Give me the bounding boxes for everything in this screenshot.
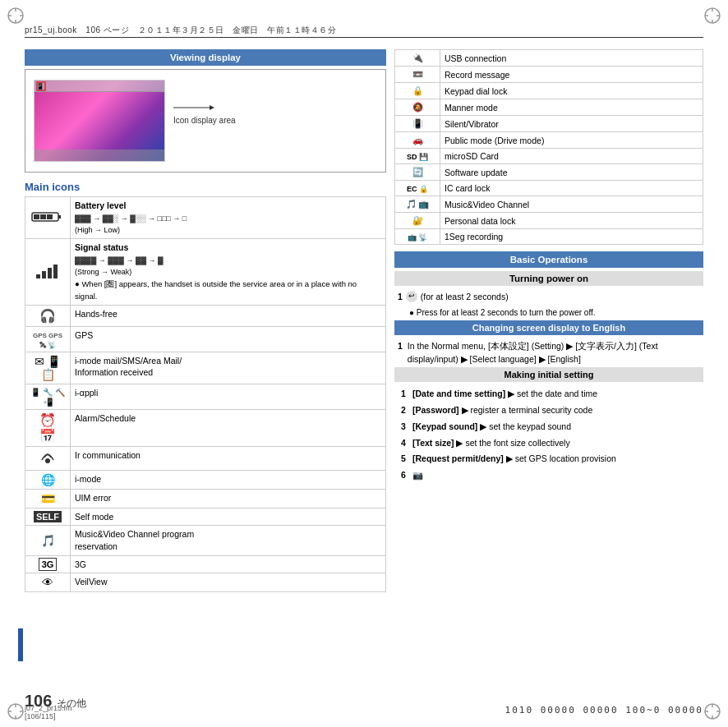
desc-cell-mail: i-mode mail/SMS/Area Mail/Information re… [71, 352, 386, 384]
step-text-3: [Keypad sound] ▶ set the keypad sound [412, 421, 571, 434]
icon-cell-battery [25, 197, 71, 239]
arrow-to-label [173, 103, 214, 113]
table-row: 📱 🔧 🔨 📲 i-αppli [25, 384, 386, 409]
display-bottom-bar [35, 150, 164, 161]
svg-rect-24 [58, 215, 61, 219]
basic-operations-section: Basic Operations Turning power on 1 ↩ (f… [394, 251, 703, 486]
step1-bullet: ● Press for at least 2 seconds to turn t… [409, 306, 700, 319]
svg-rect-27 [47, 214, 53, 219]
table-row: SELF Self mode [25, 508, 386, 526]
desc-cell-handsfree: Hands-free [71, 305, 386, 326]
bullet-text: Press for at least 2 seconds to turn the… [417, 308, 596, 317]
table-row: 📺 📡 1Seg recording [395, 229, 703, 245]
step-text-1: [Date and time setting] ▶ set the date a… [412, 388, 597, 401]
initial-step-6: 6 📷 [398, 468, 700, 483]
step1-num: 1 [398, 291, 403, 304]
display-top-bar: 📱 [35, 81, 164, 92]
desc-cell-drive: Public mode (Drive mode) [440, 132, 703, 149]
left-column: Viewing display 📱 [25, 49, 386, 678]
icon-cell-appli: 📱 🔧 🔨 📲 [25, 384, 71, 409]
left-accent-bar [18, 628, 23, 661]
desc-cell-software: Software update [440, 164, 703, 181]
table-row: Ir communication [25, 446, 386, 470]
desc-cell-usb: USB connection [440, 50, 703, 67]
corner-indicator-icon [36, 81, 46, 91]
music-channel-icon: 🎵 📺 [406, 199, 430, 209]
table-row: 🔕 Manner mode [395, 99, 703, 116]
icon-cell-music-reservation: 🎵 [25, 526, 71, 555]
self-icon: SELF [34, 511, 62, 522]
icon-cell-self: SELF [25, 508, 71, 526]
initial-step-1: 1 [Date and time setting] ▶ set the date… [398, 387, 700, 402]
main-icons-table: Battery level ▓▓▓ → ▓▓░ → ▓░░ → □□□ → □(… [25, 196, 386, 592]
table-row: 🚗 Public mode (Drive mode) [395, 132, 703, 149]
desc-cell-microsd: microSD Card [440, 149, 703, 164]
crosshair-bl [7, 702, 25, 720]
icon-cell-signal [25, 239, 71, 305]
uim-icon: 💳 [41, 492, 55, 505]
desc-cell-ic-card: IC card lock [440, 181, 703, 196]
step-text-5: [Request permit/deny] ▶ set GPS location… [412, 453, 616, 466]
desc-cell-imode: i-mode [71, 470, 386, 489]
desc-cell-keypad-lock: Keypad dial lock [440, 83, 703, 99]
3g-icon: 3G [39, 558, 58, 571]
ir-icon [38, 449, 58, 466]
table-row: 🔄 Software update [395, 164, 703, 181]
svg-point-32 [45, 458, 50, 463]
desc-cell-signal: Signal status ▓▓▓▓ → ▓▓▓ → ▓▓ → ▓(Strong… [71, 239, 386, 305]
svg-rect-29 [42, 271, 46, 278]
turning-power-header: Turning power on [394, 271, 703, 286]
signal-icon [35, 263, 60, 279]
icon-cell-1seg: 📺 📡 [395, 229, 440, 245]
table-row: 🎵 Music&Video Channel programreservation [25, 526, 386, 555]
table-row: GPS GPS 🛰 📡 GPS [25, 326, 386, 352]
icon-cell-microsd: SD 💾 [395, 149, 440, 164]
step-text-4: [Text size] ▶ set the font size collecti… [412, 437, 570, 450]
svg-rect-31 [53, 265, 58, 278]
step1-row: 1 ↩ (for at least 2 seconds) [398, 291, 700, 304]
viewing-display-box: 📱 Icon display area [25, 69, 386, 173]
desc-cell-1seg: 1Seg recording [440, 229, 703, 245]
software-update-icon: 🔄 [412, 167, 423, 177]
making-initial-content: 1 [Date and time setting] ▶ set the date… [394, 385, 703, 486]
initial-step-4: 4 [Text size] ▶ set the font size collec… [398, 436, 700, 451]
initial-step-3: 3 [Keypad sound] ▶ set the keypad sound [398, 420, 700, 435]
desc-cell-record: Record message [440, 67, 703, 83]
handsfree-icon: 🎧 [39, 309, 56, 323]
table-row: SD 💾 microSD Card [395, 149, 703, 164]
desc-cell-veilview: VeilView [71, 573, 386, 592]
turning-power-content: 1 ↩ (for at least 2 seconds) ● Press for… [394, 289, 703, 320]
file-ref-text: j07_2_pr15.fm[106/115] [25, 704, 72, 720]
table-row: 🔒 Keypad dial lock [395, 83, 703, 99]
icon-cell-3g: 3G [25, 555, 71, 573]
svg-rect-28 [36, 274, 40, 278]
svg-marker-22 [210, 105, 214, 110]
icon-cell-mail: ✉ 📱 📋 [25, 352, 71, 384]
step-icon-6: 📷 [412, 469, 423, 482]
veilview-icon: 👁 [42, 576, 53, 589]
initial-step-2: 2 [Password] ▶ register a terminal secur… [398, 403, 700, 418]
main-icons-header: Main icons [25, 181, 386, 193]
record-icon: 📼 [412, 69, 423, 79]
icon-cell-keypad-lock: 🔒 [395, 83, 440, 99]
desc-cell-3g: 3G [71, 555, 386, 573]
desc-cell-music-reservation: Music&Video Channel programreservation [71, 526, 386, 555]
bullet-dot: ● [409, 308, 414, 317]
table-row: 🔐 Personal data lock [395, 213, 703, 229]
step-num-5: 5 [401, 453, 409, 466]
footer-file-ref: j07_2_pr15.fm[106/115] [25, 704, 72, 720]
step-text-2: [Password] ▶ register a terminal securit… [412, 404, 592, 417]
desc-cell-alarm: Alarm/Schedule [71, 409, 386, 446]
table-row: 3G 3G [25, 555, 386, 573]
icon-cell-vibrator: 📳 [395, 116, 440, 132]
table-row: ⏰ 📅 Alarm/Schedule [25, 409, 386, 446]
making-initial-header: Making initial setting [394, 367, 703, 382]
table-row: EC 🔒 IC card lock [395, 181, 703, 196]
table-row: ✉ 📱 📋 i-mode mail/SMS/Area Mail/Informat… [25, 352, 386, 384]
icon-cell-uim: 💳 [25, 489, 71, 508]
icon-cell-record: 📼 [395, 67, 440, 83]
manner-icon: 🔕 [412, 102, 423, 112]
keypad-lock-icon: 🔒 [412, 85, 423, 95]
change-step1-text: In the Normal menu, [本体設定] (Setting) ▶ [… [408, 340, 700, 366]
microsd-icon: SD 💾 [407, 153, 428, 161]
